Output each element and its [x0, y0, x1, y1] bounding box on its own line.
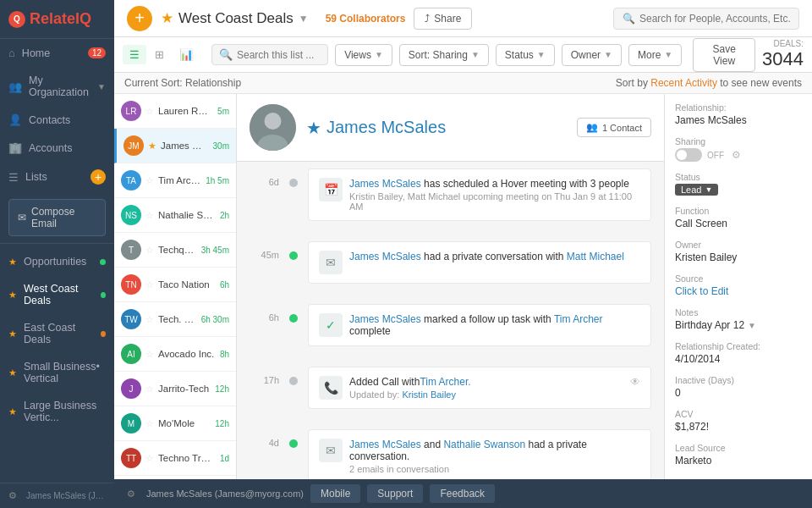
sidebar-item-opportunities[interactable]: ★ Opportunities — [0, 248, 114, 275]
sidebar-item-my-org[interactable]: 👥 My Organization ▼ — [0, 67, 114, 106]
contact-name: Avocado Inc. — [158, 349, 216, 359]
acv-label: ACV — [675, 409, 802, 419]
feedback-button[interactable]: Feedback — [430, 484, 495, 503]
sidebar-footer[interactable]: ⚙ James McSales (James@myorg.com) — [0, 483, 114, 508]
owner-label: Owner — [675, 240, 802, 250]
card-header: 📅 James McSales has scheduled a Hover me… — [319, 178, 640, 212]
contact-list-item[interactable]: TT ☆ Techno Truck 1d — [114, 441, 236, 476]
title-chevron-icon[interactable]: ▼ — [299, 13, 309, 25]
person-link[interactable]: James McSales — [349, 313, 421, 325]
star-icon[interactable]: ☆ — [145, 418, 154, 429]
person-link[interactable]: Kristin Bailey — [402, 389, 456, 400]
rel-created-value: 4/10/2014 — [675, 353, 802, 365]
person-link[interactable]: James McSales — [349, 178, 421, 190]
activity-card: ✓ James McSales marked a follow up task … — [308, 304, 651, 346]
sidebar-item-small-biz[interactable]: ★ Small Business• Vertical — [0, 353, 114, 392]
sharing-toggle[interactable] — [675, 148, 702, 162]
sidebar-item-lists[interactable]: ☰ Lists + — [0, 162, 114, 192]
notes-chevron-icon[interactable]: ▼ — [748, 321, 756, 330]
views-button[interactable]: Views ▼ — [335, 44, 392, 66]
save-view-button[interactable]: Save View — [693, 38, 755, 72]
status-badge[interactable]: Lead ▼ — [675, 184, 718, 196]
sidebar-item-west-coast[interactable]: ★ West Coast Deals — [0, 275, 114, 314]
activity-card: 📞 Added Call with Tim Archer. 👁 Upda — [308, 367, 651, 409]
star-icon[interactable]: ☆ — [145, 210, 154, 221]
add-button[interactable]: + — [127, 6, 152, 31]
add-list-button[interactable]: + — [91, 169, 106, 185]
source-value[interactable]: Click to Edit — [675, 285, 802, 297]
title-star-icon[interactable]: ★ — [161, 9, 173, 27]
notes-label: Notes — [675, 307, 802, 318]
contact-avatar: TN — [121, 274, 141, 295]
person-link[interactable]: Nathalie Swanson — [443, 439, 525, 450]
timeline-date: 45m — [250, 241, 279, 260]
contact-list-item[interactable]: M ☆ Mo'Mole 12h — [114, 406, 236, 441]
contact-list-item[interactable]: J ☆ Jarrito-Tech 12h — [114, 372, 236, 406]
timeline-entry: 4d ✉ James McSales and Na — [250, 422, 651, 479]
settings-icon[interactable]: ⚙ — [732, 149, 741, 161]
contact-list-item[interactable]: T ☆ Techqueria 3h 45m — [114, 233, 236, 268]
star-icon[interactable]: ★ — [148, 141, 156, 152]
search-input[interactable] — [639, 13, 790, 25]
star-icon[interactable]: ☆ — [145, 279, 154, 290]
eye-icon[interactable]: 👁 — [630, 376, 640, 388]
sidebar-header: Q RelateIQ — [0, 0, 114, 39]
mobile-button[interactable]: Mobile — [310, 484, 360, 503]
contact-list-item[interactable]: JM ★ James McSales 30m — [114, 129, 236, 163]
contact-avatar: TW — [121, 309, 141, 329]
contact-list-item[interactable]: TN ☆ Taco Nation 6h — [114, 268, 236, 302]
sharing-field: Sharing OFF ⚙ — [675, 136, 802, 162]
person-link[interactable]: James McSales — [349, 439, 421, 450]
profile-header: ★ James McSales 👥 1 Contact — [237, 94, 664, 162]
compose-email-button[interactable]: ✉ Compose Email — [8, 199, 106, 236]
list-search[interactable]: 🔍 — [211, 44, 328, 65]
list-search-input[interactable] — [237, 49, 321, 61]
sidebar-item-west-label: West Coast Deals — [24, 283, 94, 306]
title-text: West Coast Deals — [178, 10, 294, 27]
star-icon[interactable]: ☆ — [145, 349, 154, 360]
contact-list-item[interactable]: TW ☆ Tech. West 6h 30m — [114, 302, 236, 337]
star-icon[interactable]: ☆ — [145, 175, 154, 186]
contact-list-item[interactable]: NS ☆ Nathalie Swanson 2h — [114, 198, 236, 233]
svg-point-1 — [265, 113, 282, 130]
sidebar-item-accounts[interactable]: 🏢 Accounts — [0, 134, 114, 162]
contact-name: Tech. West — [158, 314, 197, 324]
grid-view-button[interactable]: ⊞ — [148, 45, 171, 64]
person-link[interactable]: James McSales — [349, 251, 421, 262]
sidebar-item-east-coast[interactable]: ★ East Coast Deals — [0, 314, 114, 353]
contact-list-item[interactable]: AI ☆ Avocado Inc. 8h — [114, 337, 236, 372]
person-link[interactable]: Matt Michael — [567, 251, 624, 262]
sidebar-item-large-biz[interactable]: ★ Large Business Vertic... — [0, 392, 114, 431]
person-link[interactable]: Tim Archer — [554, 313, 603, 325]
sidebar-item-contacts[interactable]: 👤 Contacts — [0, 106, 114, 134]
chart-view-button[interactable]: 📊 — [173, 45, 200, 64]
share-button[interactable]: ⤴ Share — [414, 8, 472, 30]
contact-list-item[interactable]: TA ☆ Tim Archer 1h 5m — [114, 163, 236, 198]
star-icon[interactable]: ☆ — [145, 384, 154, 395]
star-icon[interactable]: ☆ — [145, 106, 154, 117]
contact-time: 5m — [217, 107, 229, 116]
sidebar-item-home[interactable]: ⌂ Home 12 — [0, 39, 114, 67]
contact-list: LR ☆ Lauren Robertson 5m JM ★ James McSa… — [114, 94, 237, 479]
sort-button[interactable]: Sort: Sharing ▼ — [399, 44, 489, 66]
star-icon[interactable]: ☆ — [145, 245, 154, 256]
event-text: has scheduled a Hover meeting with 3 peo… — [424, 178, 629, 190]
person-link[interactable]: Tim Archer. — [420, 376, 470, 388]
owner-button[interactable]: Owner ▼ — [562, 44, 622, 66]
global-search[interactable]: 🔍 — [613, 8, 799, 30]
recent-activity-link[interactable]: Recent Activity — [650, 77, 717, 89]
star-icon[interactable]: ☆ — [145, 453, 154, 464]
profile-star-icon[interactable]: ★ — [306, 118, 321, 138]
compose-icon: ✉ — [18, 212, 26, 224]
list-view-button[interactable]: ☰ — [123, 45, 146, 64]
star-icon[interactable]: ☆ — [145, 314, 154, 325]
contact-avatar: NS — [121, 205, 141, 225]
settings-icon: ⚙ — [8, 490, 17, 501]
support-button[interactable]: Support — [367, 484, 423, 503]
more-button[interactable]: More ▼ — [628, 44, 682, 66]
click-to-edit-link[interactable]: Click to Edit — [675, 285, 728, 297]
status-button[interactable]: Status ▼ — [496, 44, 555, 66]
contact-list-item[interactable]: LR ☆ Lauren Robertson 5m — [114, 94, 236, 129]
contact-button[interactable]: 👥 1 Contact — [577, 118, 651, 137]
contact-avatar: J — [121, 378, 141, 399]
